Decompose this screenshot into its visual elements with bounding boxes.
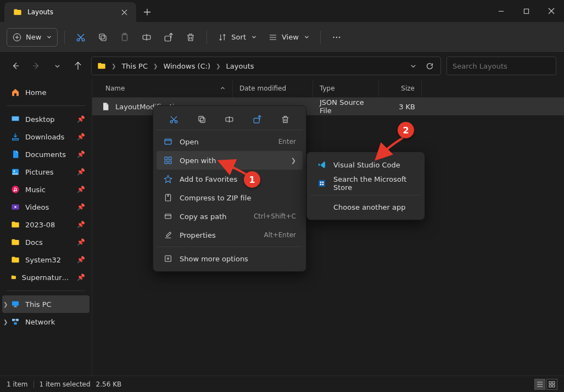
sidebar-item-thispc[interactable]: ❯ This PC	[2, 295, 90, 313]
ctx-share-button[interactable]	[249, 111, 266, 128]
svg-rect-23	[14, 306, 16, 306]
sidebar-item-label: Home	[25, 88, 46, 97]
svg-rect-28	[549, 382, 551, 384]
file-size-cell: 3 KB	[379, 98, 422, 115]
ctx-label: Compress to ZIP file	[180, 194, 251, 202]
svg-point-33	[175, 121, 177, 123]
svg-rect-40	[169, 157, 171, 160]
column-header-name[interactable]: Name	[92, 79, 233, 97]
expand-icon[interactable]: ❯	[3, 319, 8, 325]
column-header-size[interactable]: Size	[379, 79, 422, 97]
address-dropdown-button[interactable]	[405, 58, 421, 74]
ctx-cut-button[interactable]	[165, 111, 182, 128]
new-button[interactable]: New	[7, 28, 58, 47]
ctx-shortcut: Enter	[278, 138, 296, 145]
svg-rect-15	[12, 116, 19, 120]
sidebar: Home Desktop 📌 Downloads 📌 Documents 📌 P…	[0, 79, 92, 376]
pin-icon: 📌	[77, 186, 85, 193]
view-button[interactable]: View	[264, 28, 314, 47]
address-bar[interactable]: ❯ This PC ❯ Windows (C:) ❯ Layouts	[91, 57, 441, 75]
copy-button[interactable]	[93, 28, 112, 47]
videos-icon	[11, 203, 20, 211]
desktop-icon	[11, 115, 20, 124]
sidebar-item-documents[interactable]: Documents 📌	[2, 145, 90, 163]
search-input[interactable]	[453, 62, 546, 70]
status-size: 2.56 KB	[96, 380, 122, 388]
ctx-copy-path[interactable]: Copy as path Ctrl+Shift+C	[157, 207, 303, 226]
star-icon	[163, 175, 173, 183]
share-button[interactable]	[159, 28, 178, 47]
sidebar-item-desktop[interactable]: Desktop 📌	[2, 110, 90, 128]
breadcrumb-folder[interactable]: Layouts	[226, 62, 254, 70]
refresh-button[interactable]	[422, 58, 437, 74]
column-header-type[interactable]: Type	[313, 79, 379, 97]
rename-button[interactable]	[137, 28, 156, 47]
delete-button[interactable]	[181, 28, 200, 47]
sidebar-item-pictures[interactable]: Pictures 📌	[2, 163, 90, 181]
breadcrumb-separator[interactable]: ❯	[152, 63, 159, 69]
properties-icon	[163, 231, 173, 239]
sort-label: Sort	[231, 33, 246, 41]
sidebar-item-folder[interactable]: Supernatural Season 1 📌	[2, 268, 90, 286]
sidebar-home[interactable]: Home	[2, 83, 90, 101]
sidebar-item-folder[interactable]: Docs 📌	[2, 233, 90, 251]
window-tab[interactable]: Layouts	[4, 2, 136, 22]
sidebar-item-label: Downloads	[25, 133, 64, 141]
svg-rect-0	[524, 9, 528, 13]
details-view-button[interactable]	[534, 379, 545, 390]
svg-rect-48	[322, 182, 324, 183]
close-button[interactable]	[539, 0, 564, 22]
breadcrumb-thispc[interactable]: This PC	[121, 62, 148, 70]
svg-rect-30	[549, 385, 551, 387]
sidebar-item-music[interactable]: Music 📌	[2, 181, 90, 198]
toolbar: New Sort View	[0, 22, 564, 53]
svg-rect-29	[552, 382, 555, 384]
history-button[interactable]	[49, 58, 65, 74]
ctx-rename-button[interactable]	[221, 111, 238, 128]
ctx-add-favorites[interactable]: Add to Favorites	[157, 170, 303, 188]
search-box[interactable]	[446, 57, 556, 75]
pin-icon: 📌	[77, 256, 85, 264]
submenu-store[interactable]: Search the Microsoft Store	[310, 174, 421, 193]
sidebar-item-label: Desktop	[25, 115, 55, 124]
sidebar-item-folder[interactable]: System32 📌	[2, 251, 90, 268]
ctx-properties[interactable]: Properties Alt+Enter	[157, 226, 303, 244]
ctx-open-with[interactable]: Open with ❯	[157, 151, 303, 170]
minimize-button[interactable]	[488, 0, 513, 22]
maximize-button[interactable]	[513, 0, 539, 22]
column-header-date[interactable]: Date modified	[233, 79, 313, 97]
sidebar-item-downloads[interactable]: Downloads 📌	[2, 128, 90, 145]
submenu-vscode[interactable]: Visual Studio Code	[310, 155, 421, 174]
breadcrumb-drive[interactable]: Windows (C:)	[163, 62, 210, 70]
ctx-open[interactable]: Open Enter	[157, 132, 303, 151]
submenu-choose[interactable]: Choose another app	[310, 198, 421, 216]
new-tab-button[interactable]	[136, 2, 158, 22]
tab-title: Layouts	[27, 8, 113, 16]
more-button[interactable]	[327, 28, 346, 47]
cut-button[interactable]	[71, 28, 90, 47]
expand-icon[interactable]: ❯	[3, 301, 8, 307]
navigation-row: ❯ This PC ❯ Windows (C:) ❯ Layouts	[0, 53, 564, 79]
breadcrumb-separator[interactable]: ❯	[110, 63, 117, 69]
ctx-show-more[interactable]: Show more options	[157, 249, 303, 268]
pin-icon: 📌	[77, 133, 85, 141]
paste-button[interactable]	[115, 28, 134, 47]
forward-button[interactable]	[29, 58, 44, 74]
back-button[interactable]	[8, 58, 23, 74]
ctx-delete-button[interactable]	[277, 111, 294, 128]
up-button[interactable]	[70, 58, 86, 74]
sidebar-item-folder[interactable]: 2023-08 📌	[2, 216, 90, 233]
sort-button[interactable]: Sort	[214, 28, 261, 47]
ctx-label: Properties	[180, 231, 216, 239]
svg-rect-27	[14, 322, 16, 324]
ctx-copy-button[interactable]	[193, 111, 210, 128]
sidebar-item-label: Music	[25, 186, 46, 194]
sidebar-item-videos[interactable]: Videos 📌	[2, 198, 90, 216]
thumbnails-view-button[interactable]	[546, 379, 557, 390]
svg-rect-49	[320, 184, 322, 186]
sidebar-item-network[interactable]: ❯ Network	[2, 313, 90, 331]
ctx-compress[interactable]: Compress to ZIP file	[157, 188, 303, 207]
tab-close-button[interactable]	[119, 7, 130, 18]
svg-rect-47	[320, 182, 322, 183]
breadcrumb-separator[interactable]: ❯	[215, 63, 221, 69]
